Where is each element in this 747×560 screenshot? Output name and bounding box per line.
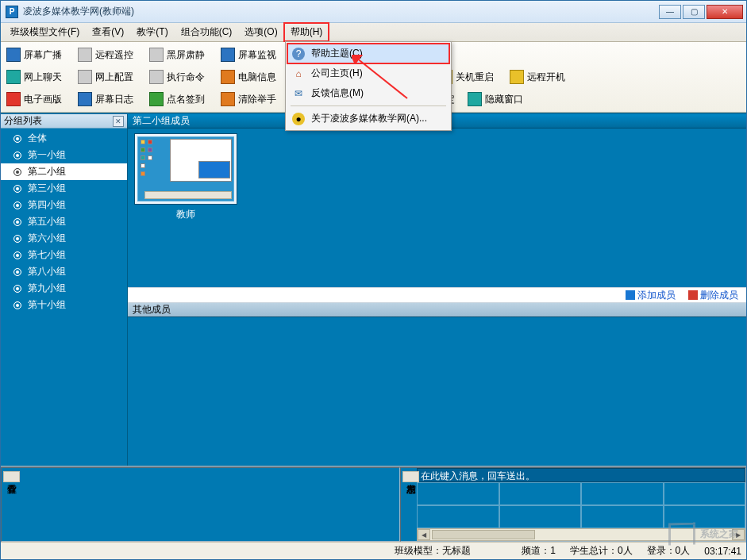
content-column: 第二小组成员	[128, 114, 746, 466]
message-input[interactable]: 在此键入消息，回车送出。	[417, 468, 745, 482]
tool-屏幕监视[interactable]: 屏幕监视	[218, 45, 285, 64]
tool-执行命令[interactable]: 执行命令	[147, 67, 214, 86]
radio-icon	[13, 301, 21, 309]
others-header-label: 其他成员	[133, 303, 171, 316]
group-label: 第六小组	[28, 232, 66, 245]
others-header: 其他成员	[128, 303, 746, 317]
tool-icon	[468, 92, 482, 106]
sidebar-close-icon[interactable]: ✕	[113, 116, 124, 127]
tool-icon	[6, 48, 21, 62]
message-scrollbar[interactable]: ◀ ▶	[417, 528, 745, 541]
group-item-第四小组[interactable]: 第四小组	[1, 197, 127, 213]
about-item[interactable]: ● 关于凌波多媒体教学网(A)...	[287, 109, 449, 128]
close-button[interactable]: ✕	[707, 5, 743, 19]
radio-icon	[13, 285, 21, 293]
tool-屏幕广播[interactable]: 屏幕广播	[4, 45, 71, 64]
tool-远程遥控[interactable]: 远程遥控	[75, 45, 142, 64]
message-panel: 发布消息 在此键入消息，回车送出。 ◀ ▶	[400, 467, 746, 542]
help-topic-item[interactable]: ? 帮助主题(C)	[287, 44, 449, 63]
status-students: 学生总计：0人	[570, 544, 633, 558]
delete-member-label: 删除成员	[700, 289, 738, 302]
radio-icon	[13, 135, 21, 143]
tool-icon	[149, 70, 164, 84]
tool-电子画版[interactable]: 电子画版	[4, 90, 71, 109]
group-label: 第三小组	[28, 182, 66, 195]
group-list: 全体第一小组第二小组第三小组第四小组第五小组第六小组第七小组第八小组第九小组第十…	[1, 128, 127, 466]
minimize-button[interactable]: —	[659, 5, 681, 19]
scroll-thumb[interactable]	[432, 530, 535, 539]
tool-label: 电子画版	[24, 93, 62, 106]
tool-icon	[149, 92, 164, 106]
group-item-第三小组[interactable]: 第三小组	[1, 180, 127, 197]
group-label: 第一小组	[28, 148, 66, 162]
homework-panel: 查看作业	[1, 467, 400, 542]
group-label: 第七小组	[28, 248, 66, 262]
mail-icon: ✉	[292, 87, 305, 100]
group-item-第五小组[interactable]: 第五小组	[1, 213, 127, 230]
tool-label: 隐藏窗口	[485, 93, 523, 106]
scroll-left-icon[interactable]: ◀	[418, 529, 430, 540]
about-icon: ●	[292, 113, 305, 125]
app-window: P 凌波多媒体教学网(教师端) — ▢ ✕ 班级模型文件(F) 查看(V) 教学…	[0, 0, 747, 560]
tool-label: 点名签到	[167, 93, 205, 106]
member-thumb[interactable]: 教师	[134, 133, 237, 221]
tool-清除举手[interactable]: 清除举手	[218, 90, 285, 109]
add-member-button[interactable]: 添加成员	[626, 289, 676, 302]
company-home-label: 公司主页(H)	[311, 67, 363, 80]
group-item-第十小组[interactable]: 第十小组	[1, 297, 127, 313]
thumb-desktop-preview	[137, 136, 234, 201]
company-home-item[interactable]: ⌂ 公司主页(H)	[287, 63, 449, 83]
tool-电脑信息[interactable]: 电脑信息	[218, 67, 285, 86]
group-item-第二小组[interactable]: 第二小组	[1, 163, 127, 180]
menu-combine[interactable]: 组合功能(C)	[175, 23, 239, 41]
tool-label: 关机重启	[456, 71, 494, 84]
feedback-item[interactable]: ✉ 反馈信息(M)	[287, 83, 449, 103]
tool-网上聊天[interactable]: 网上聊天	[4, 67, 71, 86]
sidebar: 分组列表 ✕ 全体第一小组第二小组第三小组第四小组第五小组第六小组第七小组第八小…	[1, 114, 128, 466]
tool-黑屏肃静[interactable]: 黑屏肃静	[147, 45, 214, 64]
publish-label[interactable]: 发布消息	[402, 471, 419, 482]
group-item-第一小组[interactable]: 第一小组	[1, 147, 127, 163]
group-item-第六小组[interactable]: 第六小组	[1, 230, 127, 247]
tool-屏幕日志[interactable]: 屏幕日志	[75, 90, 142, 109]
about-label: 关于凌波多媒体教学网(A)...	[311, 112, 427, 125]
group-item-第七小组[interactable]: 第七小组	[1, 247, 127, 263]
menu-file[interactable]: 班级模型文件(F)	[4, 23, 86, 41]
group-label: 第四小组	[28, 198, 66, 212]
members-header-label: 第二小组成员	[133, 114, 190, 128]
menubar: 班级模型文件(F) 查看(V) 教学(T) 组合功能(C) 选项(O) 帮助(H…	[1, 23, 746, 42]
tool-隐藏窗口[interactable]: 隐藏窗口	[465, 90, 532, 109]
tool-点名签到[interactable]: 点名签到	[147, 90, 214, 109]
menu-options[interactable]: 选项(O)	[238, 23, 283, 41]
maximize-button[interactable]: ▢	[683, 5, 705, 19]
tool-icon	[149, 48, 164, 62]
tool-icon	[6, 70, 21, 84]
delete-member-button[interactable]: 删除成员	[688, 289, 738, 302]
window-controls: — ▢ ✕	[659, 5, 743, 19]
help-icon: ?	[292, 48, 305, 60]
sidebar-title: 分组列表	[4, 114, 42, 128]
menu-help[interactable]: 帮助(H)	[284, 23, 329, 41]
scroll-right-icon[interactable]: ▶	[732, 529, 745, 540]
radio-icon	[13, 168, 21, 176]
tool-远程开机[interactable]: 远程开机	[507, 67, 574, 86]
group-item-全体[interactable]: 全体	[1, 130, 127, 147]
homework-label[interactable]: 查看作业	[3, 471, 20, 482]
tool-icon	[6, 92, 21, 106]
tool-label: 清除举手	[238, 93, 276, 106]
radio-icon	[13, 235, 21, 243]
group-label: 第九小组	[28, 282, 66, 295]
group-label: 第五小组	[28, 215, 66, 228]
menu-teach[interactable]: 教学(T)	[130, 23, 174, 41]
tool-icon	[221, 48, 235, 62]
radio-icon	[13, 268, 21, 276]
tool-icon	[221, 70, 235, 84]
group-item-第八小组[interactable]: 第八小组	[1, 263, 127, 280]
radio-icon	[13, 152, 21, 159]
status-channel: 频道：1	[522, 544, 556, 558]
tool-网上配置[interactable]: 网上配置	[75, 67, 142, 86]
member-thumb-label: 教师	[134, 208, 237, 221]
menu-view[interactable]: 查看(V)	[86, 23, 130, 41]
tool-label: 电脑信息	[238, 71, 276, 84]
group-item-第九小组[interactable]: 第九小组	[1, 280, 127, 297]
